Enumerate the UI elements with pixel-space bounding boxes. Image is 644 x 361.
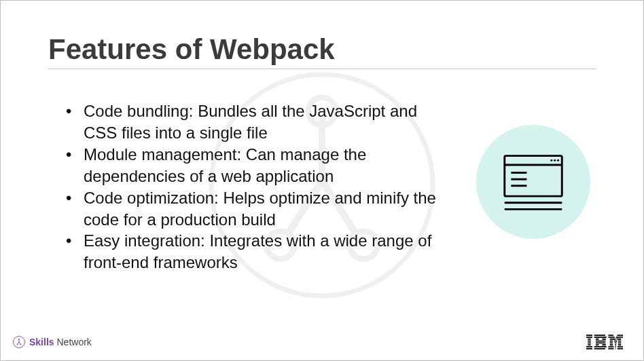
browser-illustration [476, 125, 590, 239]
feature-list: Code bundling: Bundles all the JavaScrip… [48, 100, 449, 273]
svg-rect-19 [588, 339, 591, 340]
svg-point-16 [20, 344, 21, 345]
skills-network-logo: Skills Network [13, 336, 92, 348]
svg-point-15 [17, 344, 18, 345]
svg-rect-21 [588, 343, 591, 344]
list-item: Code optimization: Helps optimize and mi… [71, 187, 449, 231]
svg-rect-26 [594, 348, 605, 349]
svg-point-6 [550, 159, 552, 162]
skills-network-icon [13, 336, 25, 348]
svg-rect-17 [586, 335, 592, 336]
svg-rect-20 [588, 341, 591, 342]
svg-rect-4 [505, 156, 562, 197]
svg-rect-22 [588, 344, 591, 345]
ibm-logo [586, 335, 623, 349]
slide-title: Features of Webpack [48, 33, 596, 66]
list-item: Module management: Can manage the depend… [71, 144, 449, 187]
list-item: Code bundling: Bundles all the JavaScrip… [71, 100, 449, 144]
svg-point-7 [554, 159, 556, 162]
list-item: Easy integration: Integrates with a wide… [71, 230, 449, 273]
footer-network-text: Network [56, 337, 91, 347]
svg-rect-24 [586, 348, 592, 349]
svg-point-14 [18, 339, 20, 340]
svg-rect-25 [594, 335, 605, 336]
footer-skills-text: Skills [29, 337, 54, 347]
title-divider [48, 69, 596, 69]
svg-point-8 [557, 159, 559, 162]
svg-rect-18 [586, 337, 592, 338]
svg-rect-23 [586, 346, 592, 347]
